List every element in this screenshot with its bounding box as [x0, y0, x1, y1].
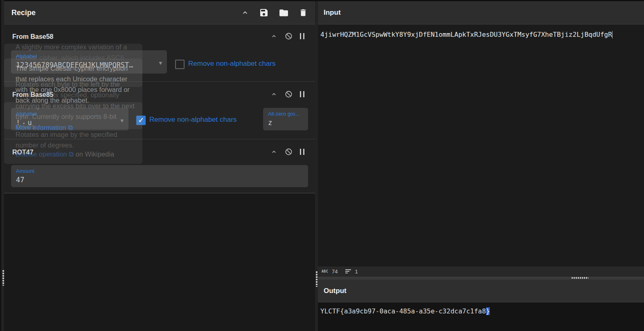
output-textarea[interactable]: YLCTF{a3a9cb97-0aca-485a-a35e-c32dca7c1f… [318, 302, 644, 331]
remove-non-alphabet-checkbox[interactable]: ✓ [136, 116, 146, 125]
folder-icon [279, 8, 289, 18]
line-count-icon [345, 269, 351, 274]
dropdown-caret-icon: ▾ [159, 59, 162, 67]
input-text: 4jiwrHQZM1GcVSpwWtkY8Y9xjDfEN1ommLApkTxR… [320, 31, 612, 38]
collapse-recipe-button[interactable] [241, 9, 249, 17]
operations-panel-edge [0, 0, 4, 331]
argument-value: 47 [16, 176, 24, 184]
output-header: Output [318, 280, 644, 302]
recipe-operation-rot47[interactable]: ROT47 Amount 47 [4, 140, 315, 191]
disable-operation-button[interactable] [285, 148, 293, 156]
chevron-up-icon [270, 148, 277, 155]
disable-operation-button[interactable] [285, 32, 293, 40]
checkmark-icon: ✓ [138, 116, 144, 125]
operation-title: ROT47 [12, 149, 34, 156]
alphabet-select[interactable]: Alphabet 123456789ABCDEFGHJKLMNPQRST… ▾ [11, 50, 167, 74]
collapse-operation-button[interactable] [270, 148, 277, 155]
dropdown-caret-icon: ▾ [120, 117, 124, 124]
disable-icon [285, 90, 293, 98]
pause-icon [300, 33, 304, 39]
trash-icon [299, 8, 308, 17]
collapse-operation-button[interactable] [270, 33, 277, 40]
save-recipe-button[interactable] [259, 8, 269, 18]
argument-value: !-u [16, 119, 34, 127]
cyberchef-app: Recipe [0, 0, 644, 331]
argument-value: z [268, 119, 272, 127]
input-status-bar: ABC 74 1 [318, 266, 644, 277]
char-count-icon: ABC [322, 270, 328, 273]
recipe-panel: Recipe [4, 1, 315, 331]
checkbox-label[interactable]: Remove non-alphabet chars [188, 60, 276, 68]
char-count-value: 74 [332, 268, 338, 275]
input-title: Input [324, 9, 341, 17]
chevron-up-icon [241, 9, 249, 17]
load-recipe-button[interactable] [279, 8, 289, 18]
operation-controls [270, 148, 304, 156]
text-cursor [612, 31, 612, 38]
argument-value: 123456789ABCDEFGHJKLMNPQRST… [16, 61, 157, 69]
input-output-splitter[interactable] [318, 277, 644, 280]
pause-icon [300, 149, 304, 155]
output-title: Output [324, 287, 347, 295]
argument-label: Amount [16, 168, 34, 174]
argument-label: Alphabet [16, 53, 37, 59]
operation-controls [270, 32, 304, 40]
breakpoint-operation-button[interactable] [300, 149, 304, 155]
disable-operation-button[interactable] [285, 90, 293, 98]
io-panel: Input 4jiwrHQZM1GcVSpwWtkY8Y9xjDfEN1ommL… [318, 1, 644, 331]
argument-label: Alphabet [16, 111, 37, 117]
recipe-controls [241, 8, 308, 18]
argument-label: All-zero gro… [268, 111, 305, 117]
disable-icon [285, 32, 293, 40]
clear-recipe-button[interactable] [299, 8, 308, 17]
output-selected-text: } [486, 307, 490, 315]
input-header: Input [318, 1, 644, 25]
chevron-up-icon [270, 33, 277, 40]
recipe-operation-from-base58[interactable]: From Base58 Alphabet 1234567 [4, 25, 315, 82]
disable-icon [285, 148, 293, 156]
alphabet-select[interactable]: Alphabet !-u ▾ [11, 108, 128, 130]
recipe-io-splitter[interactable] [315, 1, 318, 331]
line-count-value: 1 [355, 268, 358, 275]
input-textarea[interactable]: 4jiwrHQZM1GcVSpwWtkY8Y9xjDfEN1ommLApkTxR… [318, 25, 644, 266]
recipe-title: Recipe [11, 9, 36, 17]
collapse-operation-button[interactable] [270, 91, 277, 98]
chevron-up-icon [270, 91, 277, 98]
recipe-header: Recipe [4, 1, 315, 25]
recipe-io-splitter-handle[interactable] [316, 271, 317, 287]
operation-title: From Base85 [12, 91, 54, 98]
breakpoint-operation-button[interactable] [300, 91, 304, 97]
remove-non-alphabet-checkbox[interactable] [175, 60, 185, 69]
all-zero-group-field[interactable]: All-zero gro… z [263, 108, 308, 130]
pause-icon [300, 91, 304, 97]
save-icon [259, 8, 269, 18]
operation-controls [270, 90, 304, 98]
checkbox-label[interactable]: Remove non-alphabet chars [149, 116, 237, 124]
amount-field[interactable]: Amount 47 [11, 165, 308, 187]
output-text: YLCTF{a3a9cb97-0aca-485a-a35e-c32dca7c1f… [320, 307, 486, 315]
recipe-operation-from-base85[interactable]: From Base85 Alphabet !-u [4, 82, 315, 139]
breakpoint-operation-button[interactable] [300, 33, 304, 39]
input-output-splitter-handle[interactable] [572, 277, 588, 279]
recipe-empty-area [4, 193, 315, 331]
operation-title: From Base58 [12, 33, 54, 40]
